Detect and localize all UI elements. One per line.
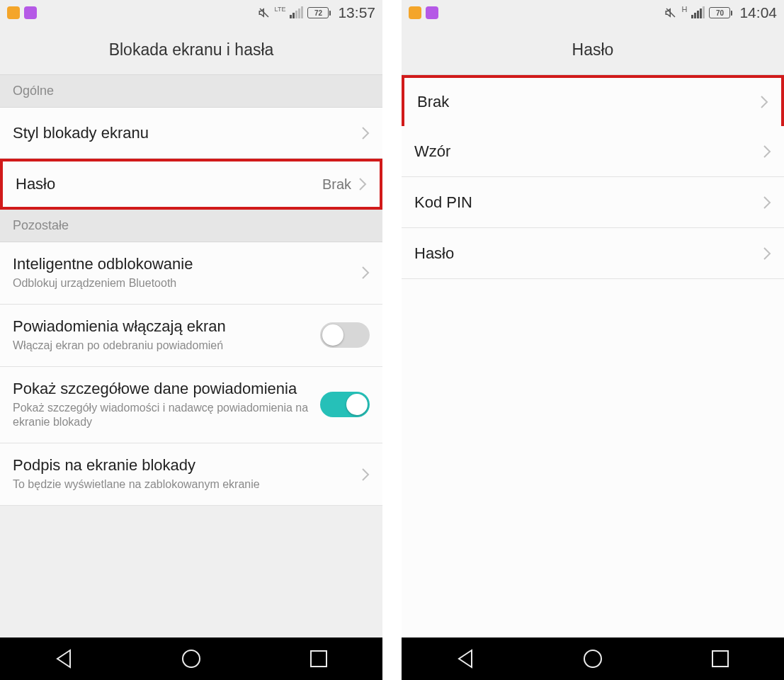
network-type-label: H (681, 5, 687, 13)
chevron-right-icon (763, 196, 771, 210)
status-bar: H 70 14:04 (402, 0, 784, 26)
navigation-bar (0, 638, 382, 680)
item-password-value: Brak (322, 176, 351, 193)
phone-screen-left: LTE 72 13:57 Blokada ekranu i hasła Ogól… (0, 0, 382, 680)
page-title: Hasło (402, 26, 784, 75)
nav-home-button[interactable] (581, 647, 605, 671)
item-password-none-title: Brak (417, 93, 760, 111)
phone-screen-right: H 70 14:04 Hasło Brak (402, 0, 784, 680)
battery-level: 72 (307, 7, 329, 18)
nav-back-button[interactable] (52, 647, 76, 671)
page-title-text: Blokada ekranu i hasła (109, 40, 274, 60)
item-smart-unlock-subtitle: Odblokuj urządzeniem Bluetooth (13, 276, 361, 291)
item-lock-style-title: Styl blokady ekranu (13, 124, 361, 142)
item-notification-details[interactable]: Pokaż szczegółowe dane powiadomienia Pok… (0, 367, 382, 444)
section-header-other: Pozostałe (0, 210, 382, 242)
chevron-right-icon (760, 95, 768, 109)
chevron-right-icon (361, 126, 370, 140)
svg-marker-1 (57, 650, 70, 667)
network-type-label: LTE (275, 6, 286, 13)
item-password-pattern[interactable]: Wzór (402, 126, 784, 177)
item-smart-unlock-title: Inteligentne odblokowanie (13, 255, 361, 273)
status-app-icon-2 (426, 6, 438, 19)
nav-recents-button[interactable] (307, 647, 331, 671)
status-left (409, 6, 438, 19)
navigation-bar (402, 638, 784, 680)
item-password-none[interactable]: Brak (402, 75, 784, 126)
status-app-icon-2 (24, 6, 37, 19)
item-notif-details-title: Pokaż szczegółowe dane powiadomienia (13, 380, 320, 398)
chevron-right-icon (358, 177, 367, 191)
item-lock-signature[interactable]: Podpis na ekranie blokady To będzie wyśw… (0, 443, 382, 506)
mute-icon (258, 6, 271, 19)
mute-icon (664, 6, 677, 19)
item-password-pin-title: Kod PIN (414, 193, 763, 212)
chevron-right-icon (763, 246, 771, 261)
password-options-list: Brak Wzór Kod PIN Hasło (402, 75, 784, 638)
item-notif-wake-subtitle: Włączaj ekran po odebraniu powiadomień (13, 339, 320, 353)
svg-point-2 (183, 650, 200, 667)
section-header-general: Ogólne (0, 75, 382, 108)
item-password-pattern-title: Wzór (414, 142, 763, 161)
chevron-right-icon (361, 468, 370, 482)
nav-back-button[interactable] (453, 647, 477, 671)
toggle-notif-details[interactable] (320, 392, 370, 417)
item-lock-style[interactable]: Styl blokady ekranu (0, 108, 382, 159)
status-app-icon-1 (7, 6, 20, 19)
item-password-title: Hasło (16, 175, 322, 193)
toggle-notif-wake[interactable] (320, 322, 370, 348)
page-title: Blokada ekranu i hasła (0, 26, 382, 75)
item-lock-signature-title: Podpis na ekranie blokady (13, 456, 361, 475)
nav-recents-button[interactable] (708, 647, 732, 671)
status-right: H 70 14:04 (664, 4, 777, 21)
item-password-password-title: Hasło (414, 244, 763, 263)
status-bar: LTE 72 13:57 (0, 0, 382, 26)
item-password[interactable]: Hasło Brak (0, 159, 382, 210)
item-notifications-wake-screen[interactable]: Powiadomienia włączają ekran Włączaj ekr… (0, 305, 382, 367)
item-password-pin[interactable]: Kod PIN (402, 177, 784, 228)
status-app-icon-1 (409, 6, 421, 19)
chevron-right-icon (361, 266, 370, 280)
clock: 14:04 (739, 4, 777, 21)
settings-list: Ogólne Styl blokady ekranu Hasło Brak Po… (0, 75, 382, 638)
chevron-right-icon (763, 144, 771, 159)
clock: 13:57 (338, 4, 375, 21)
item-notif-details-subtitle: Pokaż szczegóły wiadomości i nadawcę pow… (13, 401, 320, 431)
item-password-password[interactable]: Hasło (402, 228, 784, 279)
signal-icon (691, 7, 705, 18)
svg-point-6 (584, 650, 601, 667)
signal-icon (290, 7, 303, 18)
battery-icon: 72 (307, 7, 331, 18)
svg-rect-3 (311, 651, 326, 667)
nav-home-button[interactable] (179, 647, 203, 671)
status-right: LTE 72 13:57 (258, 4, 375, 21)
svg-marker-5 (459, 650, 472, 667)
page-title-text: Hasło (572, 40, 614, 60)
item-smart-unlock[interactable]: Inteligentne odblokowanie Odblokuj urząd… (0, 242, 382, 305)
battery-level: 70 (709, 7, 730, 18)
item-notif-wake-title: Powiadomienia włączają ekran (13, 317, 320, 336)
item-lock-signature-subtitle: To będzie wyświetlane na zablokowanym ek… (13, 477, 361, 492)
battery-icon: 70 (709, 7, 732, 18)
svg-rect-7 (712, 651, 728, 667)
status-left (7, 6, 37, 19)
